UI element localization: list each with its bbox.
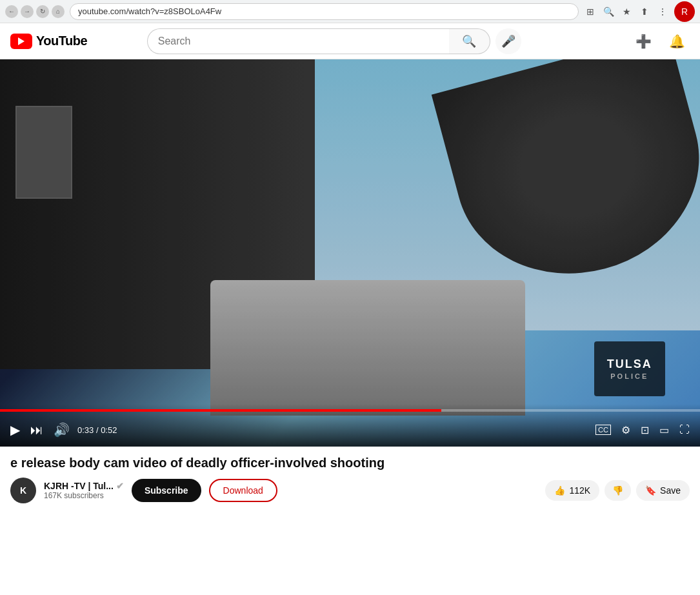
save-label: Save xyxy=(660,485,681,496)
home-button[interactable]: ⌂ xyxy=(52,5,65,18)
extensions-icon[interactable]: ⊞ xyxy=(584,5,597,18)
settings-button[interactable]: ⚙ xyxy=(619,421,633,439)
bookmark-icon: 🔖 xyxy=(645,485,656,496)
search-icon: 🔍 xyxy=(462,34,476,48)
video-thumbnail: TULSA POLICE xyxy=(0,59,700,447)
youtube-logo-text: YouTube xyxy=(36,34,87,48)
thumbs-up-icon: 👍 xyxy=(554,485,565,496)
action-buttons: 👍 112K 👎 🔖 Save xyxy=(545,480,690,501)
fullscreen-button[interactable]: ⛶ xyxy=(677,421,692,438)
next-icon: ⏭ xyxy=(30,423,43,438)
settings-icon: ⚙ xyxy=(621,424,630,436)
channel-row: K KJRH -TV | Tul... ✔ 167K subscribers S… xyxy=(10,478,690,503)
time-display: 0:33 / 0:52 xyxy=(77,425,117,435)
video-controls: ▶ ⏭ 🔊 0:33 / 0:52 CC ⚙ ⊡ ▭ ⛶ xyxy=(0,404,700,447)
menu-icon[interactable]: ⋮ xyxy=(656,5,669,18)
notifications-button[interactable]: 🔔 xyxy=(664,28,690,54)
tulsa-badge: TULSA POLICE xyxy=(594,341,665,396)
refresh-button[interactable]: ↻ xyxy=(36,5,49,18)
like-button[interactable]: 👍 112K xyxy=(545,480,599,501)
volume-icon: 🔊 xyxy=(54,422,70,438)
dislike-button[interactable]: 👎 xyxy=(605,480,631,501)
theater-button[interactable]: ▭ xyxy=(657,421,672,439)
create-icon: ➕ xyxy=(635,34,652,49)
create-video-button[interactable]: ➕ xyxy=(630,28,656,54)
channel-info: KJRH -TV | Tul... ✔ 167K subscribers xyxy=(44,481,124,500)
youtube-logo-icon xyxy=(10,34,32,49)
video-player[interactable]: TULSA POLICE ▶ ⏭ 🔊 0:33 / 0:52 CC ⚙ xyxy=(0,59,700,447)
back-button[interactable]: ← xyxy=(5,5,18,18)
microphone-icon: 🎤 xyxy=(501,34,515,48)
next-button[interactable]: ⏭ xyxy=(28,420,46,440)
profile-avatar[interactable]: R xyxy=(674,1,695,22)
channel-subscribers: 167K subscribers xyxy=(44,491,124,500)
tulsa-badge-line2: POLICE xyxy=(610,372,648,380)
browser-bar: ← → ↻ ⌂ youtube.com/watch?v=z8SBOLoA4Fw … xyxy=(0,0,700,23)
controls-row: ▶ ⏭ 🔊 0:33 / 0:52 CC ⚙ ⊡ ▭ ⛶ xyxy=(0,417,700,447)
search-button[interactable]: 🔍 xyxy=(449,28,490,54)
cc-icon: CC xyxy=(595,425,611,435)
search-container: 🔍 🎤 xyxy=(147,28,521,54)
video-info: e release body cam video of deadly offic… xyxy=(0,447,700,509)
subscribe-button[interactable]: Subscribe xyxy=(132,479,201,502)
address-bar[interactable]: youtube.com/watch?v=z8SBOLoA4Fw xyxy=(70,3,579,20)
volume-button[interactable]: 🔊 xyxy=(51,419,72,440)
browser-navigation: ← → ↻ ⌂ xyxy=(5,5,65,18)
thumbs-down-icon: 👎 xyxy=(612,485,623,496)
bookmark-star-icon[interactable]: ★ xyxy=(620,5,633,18)
title-prefix: e release body cam video of deadly offic… xyxy=(10,456,385,470)
play-button[interactable]: ▶ xyxy=(8,419,23,440)
voice-search-button[interactable]: 🎤 xyxy=(495,28,521,54)
save-button[interactable]: 🔖 Save xyxy=(636,480,690,501)
fullscreen-icon: ⛶ xyxy=(679,424,690,436)
browser-toolbar-icons: ⊞ 🔍 ★ ⬆ ⋮ R xyxy=(584,1,695,22)
miniplayer-icon: ⊡ xyxy=(641,424,649,436)
download-button[interactable]: Download xyxy=(209,479,277,502)
bell-icon: 🔔 xyxy=(669,34,685,49)
progress-bar[interactable] xyxy=(0,409,700,412)
tulsa-badge-line1: TULSA xyxy=(607,358,652,371)
share-icon[interactable]: ⬆ xyxy=(638,5,651,18)
channel-name-text: KJRH -TV | Tul... xyxy=(44,481,114,491)
play-icon: ▶ xyxy=(10,422,20,438)
like-count: 112K xyxy=(569,485,590,496)
miniplayer-button[interactable]: ⊡ xyxy=(638,421,652,439)
theater-icon: ▭ xyxy=(659,424,669,436)
channel-name-row: KJRH -TV | Tul... ✔ xyxy=(44,481,124,491)
zoom-icon[interactable]: 🔍 xyxy=(602,5,615,18)
url-text: youtube.com/watch?v=z8SBOLoA4Fw xyxy=(78,6,221,16)
forward-button[interactable]: → xyxy=(21,5,34,18)
progress-fill xyxy=(0,409,441,412)
search-input[interactable] xyxy=(147,28,449,54)
youtube-logo[interactable]: YouTube xyxy=(10,34,87,49)
video-title: e release body cam video of deadly offic… xyxy=(10,454,690,471)
youtube-header: YouTube 🔍 🎤 ➕ 🔔 xyxy=(0,23,700,59)
channel-avatar[interactable]: K xyxy=(10,478,36,503)
header-right-actions: ➕ 🔔 xyxy=(630,28,690,54)
captions-button[interactable]: CC xyxy=(593,422,614,438)
verified-icon: ✔ xyxy=(116,481,124,491)
